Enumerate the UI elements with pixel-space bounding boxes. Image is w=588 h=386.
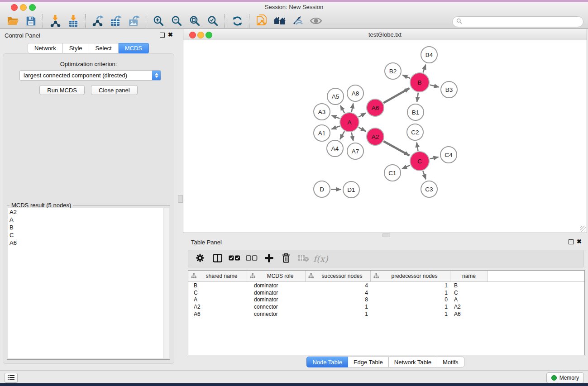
mcds-result-item[interactable]: A2 bbox=[8, 208, 163, 216]
graph-node-C2[interactable]: C2 bbox=[407, 124, 423, 140]
window-resize-grip[interactable] bbox=[580, 226, 586, 232]
table-cell[interactable]: connector bbox=[247, 304, 306, 310]
toolbar-export-network-button[interactable] bbox=[89, 13, 107, 29]
edge-C-C1[interactable] bbox=[402, 165, 410, 169]
search-box[interactable] bbox=[452, 16, 583, 27]
table-cell[interactable]: B bbox=[450, 282, 488, 289]
zoom-traffic-light[interactable] bbox=[29, 4, 36, 11]
table-cell[interactable]: 4 bbox=[306, 290, 371, 296]
tab-mcds[interactable]: MCDS bbox=[119, 43, 149, 53]
edge-B-B2[interactable] bbox=[402, 75, 410, 78]
toolbar-zoom-in-button[interactable] bbox=[149, 13, 167, 29]
graph-node-B4[interactable]: B4 bbox=[421, 47, 437, 63]
close-panel-button[interactable]: Close panel bbox=[91, 85, 138, 95]
table-row[interactable]: Bdominator41B bbox=[188, 282, 584, 289]
table-cell[interactable]: 1 bbox=[306, 311, 371, 317]
toolbar-import-network-button[interactable] bbox=[46, 13, 64, 29]
toolbar-export-table-button[interactable] bbox=[107, 13, 125, 29]
edge-C-C4[interactable] bbox=[430, 157, 438, 159]
network-graph[interactable]: B4B2BB3A8A5A6A3B1AA1C2A2A4A7C4CC1C3DD1 bbox=[183, 40, 587, 233]
close-panel-icon[interactable]: ✖ bbox=[168, 33, 173, 37]
column-header-successor-nodes[interactable]: successor nodes bbox=[306, 271, 371, 281]
table-cell[interactable]: 1 bbox=[371, 290, 450, 296]
edge-A-A4[interactable] bbox=[340, 131, 344, 139]
graph-node-A8[interactable]: A8 bbox=[347, 85, 363, 101]
network-window-titlebar[interactable]: testGlobe.txt bbox=[183, 29, 587, 41]
toolbar-save-button[interactable] bbox=[22, 13, 40, 29]
vertical-split-handle[interactable] bbox=[178, 195, 183, 203]
toolbar-network-document-button[interactable] bbox=[253, 13, 271, 29]
table-toolbar-settings-button[interactable] bbox=[192, 252, 208, 266]
edge-B-B4[interactable] bbox=[423, 65, 425, 73]
toolbar-zoom-fit-button[interactable] bbox=[186, 13, 204, 29]
edge-A-A8[interactable] bbox=[352, 104, 354, 112]
tab-node-table[interactable]: Node Table bbox=[306, 357, 348, 367]
table-toolbar-select-all-button[interactable] bbox=[226, 252, 243, 266]
toolbar-hide-details-button[interactable] bbox=[289, 13, 307, 29]
task-history-button[interactable] bbox=[5, 373, 18, 383]
table-cell[interactable]: A bbox=[188, 296, 247, 303]
edge-B-B1[interactable] bbox=[417, 93, 418, 102]
table-toolbar-add-row-button[interactable] bbox=[261, 252, 277, 266]
toolbar-zoom-out-button[interactable] bbox=[167, 13, 186, 29]
mcds-result-item[interactable]: A bbox=[8, 216, 163, 224]
tab-network-table[interactable]: Network Table bbox=[389, 357, 437, 367]
toolbar-show-details-button[interactable] bbox=[307, 13, 325, 29]
graph-node-A7[interactable]: A7 bbox=[347, 143, 363, 159]
table-cell[interactable]: 8 bbox=[306, 296, 371, 303]
graph-node-C3[interactable]: C3 bbox=[421, 181, 437, 197]
edge-C-C2[interactable] bbox=[417, 143, 418, 151]
function-builder-icon[interactable]: f(x) bbox=[313, 254, 328, 264]
close-traffic-light[interactable] bbox=[11, 4, 18, 11]
graph-node-D1[interactable]: D1 bbox=[343, 181, 359, 198]
table-row[interactable]: Cdominator41C bbox=[188, 289, 584, 296]
table-cell[interactable]: A2 bbox=[450, 304, 488, 310]
tab-network[interactable]: Network bbox=[28, 43, 63, 53]
edge-A-A1[interactable] bbox=[331, 126, 339, 129]
edge-A-A3[interactable] bbox=[332, 115, 340, 119]
toolbar-open-folder-button[interactable] bbox=[4, 13, 22, 29]
toolbar-refresh-button[interactable] bbox=[228, 13, 246, 29]
column-header-predecessor-nodes[interactable]: predecessor nodes bbox=[371, 271, 450, 281]
table-cell[interactable]: 1 bbox=[306, 304, 371, 310]
column-header-shared-name[interactable]: shared name bbox=[188, 271, 247, 281]
edge-A-A5[interactable] bbox=[340, 105, 344, 113]
table-toolbar-deselect-all-button[interactable] bbox=[244, 252, 260, 266]
graph-node-C[interactable]: C bbox=[410, 152, 429, 171]
table-cell[interactable]: C bbox=[450, 290, 488, 296]
mcds-list-scrollbar[interactable] bbox=[163, 208, 169, 358]
tab-edge-table[interactable]: Edge Table bbox=[348, 357, 389, 367]
mcds-result-list[interactable]: A2ABCA6 bbox=[8, 208, 163, 358]
network-canvas[interactable]: B4B2BB3A8A5A6A3B1AA1C2A2A4A7C4CC1C3DD1 bbox=[183, 40, 587, 233]
run-mcds-button[interactable]: Run MCDS bbox=[39, 85, 85, 95]
edge-A-A7[interactable] bbox=[352, 133, 354, 141]
graph-node-A[interactable]: A bbox=[340, 113, 359, 132]
edge-A-A2[interactable] bbox=[359, 127, 366, 131]
table-toolbar-delete-row-button[interactable] bbox=[278, 252, 294, 266]
graph-node-D[interactable]: D bbox=[314, 181, 330, 197]
graph-node-B1[interactable]: B1 bbox=[407, 104, 424, 120]
graph-node-A6[interactable]: A6 bbox=[367, 99, 384, 116]
column-header-name[interactable]: name bbox=[450, 271, 488, 281]
edge-B-B3[interactable] bbox=[430, 85, 439, 87]
float-panel-icon[interactable] bbox=[160, 33, 165, 38]
table-row[interactable]: Adominator80A bbox=[188, 296, 584, 303]
table-cell[interactable]: A2 bbox=[188, 304, 247, 310]
network-minimize-traffic-light[interactable] bbox=[197, 32, 204, 38]
edge-A6-B[interactable] bbox=[383, 88, 409, 103]
graph-node-A2[interactable]: A2 bbox=[367, 128, 384, 145]
network-zoom-traffic-light[interactable] bbox=[206, 32, 212, 38]
toolbar-zoom-selected-button[interactable] bbox=[204, 13, 222, 29]
toolbar-home-button[interactable] bbox=[271, 13, 289, 29]
graph-node-C1[interactable]: C1 bbox=[384, 165, 401, 181]
mcds-result-item[interactable]: B bbox=[8, 224, 163, 231]
table-cell[interactable]: C bbox=[188, 290, 247, 296]
column-header-MCDS-role[interactable]: MCDS role bbox=[247, 271, 306, 281]
graph-node-B[interactable]: B bbox=[410, 73, 429, 92]
table-float-panel-icon[interactable] bbox=[569, 239, 574, 244]
table-row[interactable]: A2connector11A2 bbox=[188, 303, 584, 310]
table-cell[interactable]: A6 bbox=[450, 311, 488, 317]
table-close-panel-icon[interactable]: ✖ bbox=[577, 239, 582, 243]
search-input[interactable] bbox=[464, 18, 579, 25]
table-cell[interactable]: connector bbox=[247, 311, 306, 317]
